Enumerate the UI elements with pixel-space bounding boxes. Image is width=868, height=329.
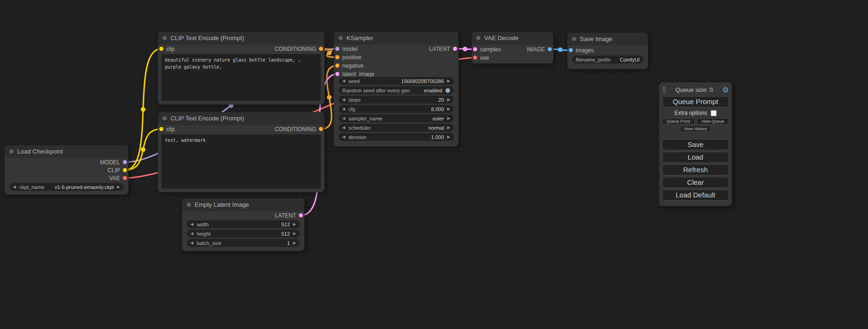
refresh-button[interactable]: Refresh [662,164,729,175]
node-clip-text-encode-positive[interactable]: CLIP Text Encode (Prompt) clip CONDITION… [158,32,325,105]
node-load-checkpoint[interactable]: Load Checkpoint MODEL CLIP VAE ◀ ckpt_na… [5,145,128,195]
input-slot-positive[interactable]: positive [335,53,361,61]
clear-button[interactable]: Clear [662,177,729,188]
view-history-button[interactable]: View History [680,126,712,132]
node-status-dot[interactable] [9,149,14,154]
decrement-arrow-icon[interactable]: ◀ [342,79,345,83]
widget-batch-size[interactable]: ◀ batch_size 1 ▶ [187,239,300,247]
node-status-dot[interactable] [187,203,191,207]
slot-dot[interactable] [335,55,339,59]
widget-cfg[interactable]: ◀ cfg 8.000 ▶ [339,105,454,113]
widget-steps[interactable]: ◀ steps 20 ▶ [339,96,454,104]
node-status-dot[interactable] [476,36,480,40]
queue-prompt-button[interactable]: Queue Prompt [662,96,729,107]
node-title-bar[interactable]: CLIP Text Encode (Prompt) [158,32,325,44]
increment-arrow-icon[interactable]: ▶ [447,98,450,102]
increment-arrow-icon[interactable]: ▶ [293,232,296,236]
toggle-indicator-icon[interactable] [445,88,450,93]
slot-dot[interactable] [335,63,339,68]
node-title-bar[interactable]: Load Checkpoint [5,145,128,158]
decrement-arrow-icon[interactable]: ◀ [191,232,193,236]
increment-arrow-icon[interactable]: ▶ [117,185,120,189]
settings-gear-icon[interactable]: ⚙ [722,85,729,94]
input-slot-vae[interactable]: vae [473,54,489,62]
output-slot-clip[interactable]: CLIP [107,166,127,174]
slot-dot[interactable] [319,47,323,51]
slot-dot[interactable] [319,127,323,131]
prompt-textarea[interactable]: text, watermark [162,134,321,189]
decrement-arrow-icon[interactable]: ◀ [191,241,193,245]
input-slot-clip[interactable]: clip [159,45,175,53]
output-slot-conditioning[interactable]: CONDITIONING [275,125,323,133]
widget-seed[interactable]: ◀ seed 156680208700286 ▶ [339,77,454,85]
output-slot-image[interactable]: IMAGE [527,45,552,53]
input-slot-clip[interactable]: clip [159,125,175,133]
output-slot-vae[interactable]: VAE [109,174,127,182]
slot-dot[interactable] [473,56,477,60]
load-default-button[interactable]: Load Default [662,189,729,201]
node-status-dot[interactable] [162,116,167,120]
graph-canvas[interactable]: { "icons": { "drag_handle": "⣿", "gear":… [0,0,868,329]
increment-arrow-icon[interactable]: ▶ [447,107,450,111]
slot-dot[interactable] [473,47,477,51]
node-ksampler[interactable]: KSampler model positive negative latent_… [334,32,459,147]
increment-arrow-icon[interactable]: ▶ [447,135,450,139]
input-slot-model[interactable]: model [335,45,358,53]
node-save-image[interactable]: Save Image images filename_prefix ComfyU… [567,33,648,69]
widget-denoise[interactable]: ◀ denoise 1.000 ▶ [339,133,454,141]
increment-arrow-icon[interactable]: ▶ [447,117,450,120]
widget-height[interactable]: ◀ height 512 ▶ [187,230,300,238]
slot-dot[interactable] [123,176,127,180]
decrement-arrow-icon[interactable]: ◀ [342,107,345,111]
view-queue-button[interactable]: View Queue [697,118,729,125]
decrement-arrow-icon[interactable]: ◀ [191,223,193,226]
node-title-bar[interactable]: KSampler [334,32,459,44]
increment-arrow-icon[interactable]: ▶ [293,241,296,245]
slot-dot[interactable] [159,127,163,131]
output-slot-conditioning[interactable]: CONDITIONING [275,45,323,53]
input-slot-samples[interactable]: samples [473,45,501,53]
slot-dot[interactable] [159,47,163,51]
widget-random-seed-toggle[interactable]: Random seed after every gen enabled [339,86,454,94]
decrement-arrow-icon[interactable]: ◀ [342,98,345,102]
output-slot-latent[interactable]: LATENT [429,45,457,53]
node-status-dot[interactable] [162,36,167,40]
slot-dot[interactable] [123,160,127,164]
input-slot-negative[interactable]: negative [335,62,363,70]
drag-handle-icon[interactable]: ⣿ [662,86,666,93]
widget-width[interactable]: ◀ width 512 ▶ [187,220,300,228]
output-slot-latent[interactable]: LATENT [275,211,303,219]
widget-scheduler[interactable]: ◀ scheduler normal ▶ [339,124,454,132]
decrement-arrow-icon[interactable]: ◀ [342,126,345,130]
slot-dot[interactable] [548,47,552,51]
output-slot-model[interactable]: MODEL [100,158,127,166]
node-title-bar[interactable]: Save Image [567,33,648,45]
input-slot-images[interactable]: images [569,46,594,54]
increment-arrow-icon[interactable]: ▶ [447,126,450,130]
extra-options-checkbox[interactable] [711,110,717,116]
slot-dot[interactable] [335,47,339,51]
decrement-arrow-icon[interactable]: ◀ [342,117,345,120]
widget-sampler-name[interactable]: ◀ sampler_name euler ▶ [339,114,454,122]
slot-dot[interactable] [335,72,339,76]
slot-dot[interactable] [569,48,573,52]
queue-front-button[interactable]: Queue Front [662,118,695,125]
node-title-bar[interactable]: Empty Latent Image [182,198,304,211]
widget-ckpt-name[interactable]: ◀ ckpt_name v1-5-pruned-emaonly.ckpt ▶ [9,183,124,191]
node-vae-decode[interactable]: VAE Decode samples vae IMAGE [472,32,553,63]
increment-arrow-icon[interactable]: ▶ [293,223,296,226]
node-clip-text-encode-negative[interactable]: CLIP Text Encode (Prompt) clip CONDITION… [158,112,325,192]
slot-dot[interactable] [299,213,303,217]
slot-dot[interactable] [123,168,127,172]
slot-dot[interactable] [453,47,457,51]
save-button[interactable]: Save [662,139,729,150]
node-title-bar[interactable]: CLIP Text Encode (Prompt) [158,112,325,125]
node-status-dot[interactable] [572,37,576,41]
increment-arrow-icon[interactable]: ▶ [447,79,450,83]
decrement-arrow-icon[interactable]: ◀ [342,135,345,139]
load-button[interactable]: Load [662,152,729,163]
node-status-dot[interactable] [339,36,343,40]
widget-filename-prefix[interactable]: filename_prefix ComfyUI [572,56,643,63]
node-title-bar[interactable]: VAE Decode [472,32,553,44]
prompt-textarea[interactable]: beautiful scenery nature glass bottle la… [162,54,321,101]
